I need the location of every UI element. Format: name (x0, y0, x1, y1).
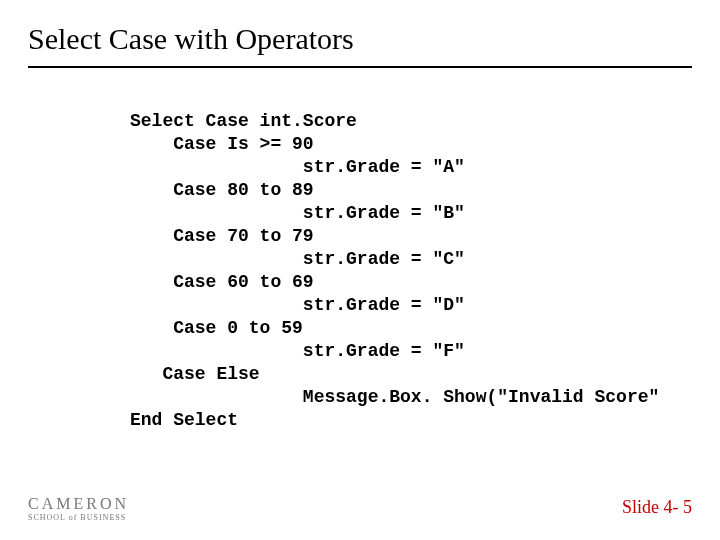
slide-number: Slide 4- 5 (622, 497, 692, 518)
code-block: Select Case int.Score Case Is >= 90 str.… (130, 110, 659, 432)
logo: CAMERON SCHOOL of BUSINESS (28, 496, 129, 522)
title-underline (28, 66, 692, 68)
slide: Select Case with Operators Select Case i… (0, 0, 720, 540)
logo-line1: CAMERON (28, 496, 129, 512)
logo-line2: SCHOOL of BUSINESS (28, 514, 129, 522)
slide-title: Select Case with Operators (28, 22, 354, 56)
